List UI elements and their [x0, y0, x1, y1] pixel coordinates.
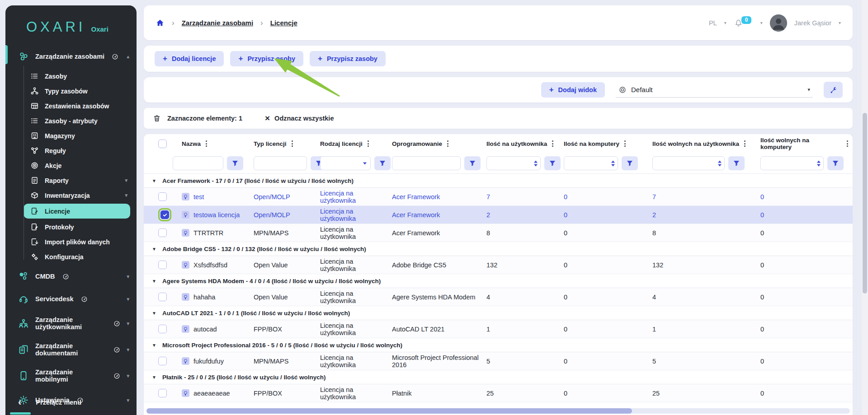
filter-funnel-button[interactable]: [827, 156, 844, 170]
column-menu-icon[interactable]: [291, 140, 294, 148]
view-settings-button[interactable]: [824, 82, 843, 98]
column-menu-icon[interactable]: [743, 140, 746, 148]
sidebar-section-cmdb[interactable]: CMDB▾: [5, 265, 137, 288]
notifications[interactable]: 0: [734, 18, 743, 28]
select-all-checkbox[interactable]: [158, 140, 167, 148]
group-row-agere-systems-hda-modem[interactable]: ▼Agere Systems HDA Modem - 4 / 0 / 4 (Il…: [144, 274, 853, 288]
add-license-button[interactable]: + Dodaj licencje: [155, 51, 224, 66]
collapse-caret-icon[interactable]: ▼: [152, 279, 156, 284]
license-name-link[interactable]: fukufdufuy: [193, 358, 224, 365]
chevron-down-icon[interactable]: ▾: [724, 20, 726, 25]
number-spinner-icon[interactable]: [718, 160, 722, 166]
add-view-button[interactable]: + Dodaj widok: [541, 82, 605, 98]
table-row-autocad[interactable]: autocadFPP/BOXLicencja na użytkownikaAut…: [144, 320, 853, 338]
collapse-caret-icon[interactable]: ▼: [152, 375, 156, 380]
license-name-link[interactable]: testowa licencja: [193, 211, 240, 219]
horizontal-scrollbar-thumb[interactable]: [146, 408, 632, 414]
sidebar-toggle-menu[interactable]: ‹ Przełącz menu: [5, 393, 137, 411]
collapse-caret-icon[interactable]: ▼: [152, 178, 156, 183]
locale-selector[interactable]: PL: [709, 19, 717, 27]
column-menu-icon[interactable]: [205, 140, 208, 148]
row-checkbox[interactable]: [158, 357, 167, 365]
sidebar-item-zasoby-atrybuty[interactable]: Zasoby - atrybuty: [24, 113, 137, 128]
table-row-testowa-licencja[interactable]: testowa licencjaOpen/MOLPLicencja na uży…: [144, 206, 853, 224]
filter-input-ilo-wolnych-na-komputery[interactable]: [760, 156, 824, 170]
sidebar-section-zarz-dzanie-u-ytkownikami[interactable]: Zarządzanie użytkownikami▾: [5, 310, 137, 336]
collapse-caret-icon[interactable]: ▼: [152, 311, 156, 316]
row-checkbox[interactable]: [158, 389, 167, 397]
sidebar-item-protoko-y[interactable]: Protokoły: [24, 219, 137, 234]
sidebar-section-zarz-dzanie-mobilnymi[interactable]: Zarządzanie mobilnymi▾: [5, 363, 137, 389]
sidebar-item-akcje[interactable]: Akcje: [24, 158, 137, 173]
column-menu-icon[interactable]: [367, 140, 370, 148]
sidebar-item-zestawienia-zasob-w[interactable]: Zestawienia zasobów: [24, 98, 137, 113]
number-spinner-icon[interactable]: [534, 160, 538, 166]
filter-input-ilo-na-u-ytkownika[interactable]: [486, 156, 541, 170]
chevron-down-icon[interactable]: ▾: [839, 20, 841, 25]
table-row-aeaeaeaeae[interactable]: aeaeaeaeaeFPP/BOXLicencja na użytkownika…: [144, 384, 853, 402]
filter-funnel-button[interactable]: [227, 156, 243, 170]
filter-funnel-button[interactable]: [544, 156, 561, 170]
sidebar-item-typy-zasob-w[interactable]: Typy zasobów: [24, 84, 137, 98]
sidebar-item-raporty[interactable]: Raporty▾: [24, 173, 137, 188]
sidebar-item-inwentaryzacja[interactable]: Inwentaryzacja▾: [24, 188, 137, 203]
sidebar-section-zarz-dzanie-zasobami[interactable]: Zarządzanie zasobami▴: [5, 45, 137, 68]
assign-assets-button[interactable]: + Przypisz zasoby: [310, 51, 386, 66]
table-row-xsfsdfsdfsd[interactable]: XsfsdfsdfsdOpen ValueLicencja na użytkow…: [144, 256, 853, 274]
chevron-down-icon[interactable]: ▾: [760, 20, 763, 25]
filter-input-ilo-wolnych-na-u-ytkownika[interactable]: [652, 156, 725, 170]
sidebar-scrollbar-thumb[interactable]: [10, 412, 31, 415]
filter-funnel-button[interactable]: [464, 156, 481, 170]
sidebar-item-magazyny[interactable]: Magazyny: [24, 128, 137, 143]
column-menu-icon[interactable]: [446, 140, 449, 148]
home-icon[interactable]: [156, 19, 165, 28]
group-row-adobe-bridge-cs5[interactable]: ▼Adobe Bridge CS5 - 132 / 0 / 132 (Ilość…: [144, 242, 853, 256]
chevron-down-icon[interactable]: [363, 162, 367, 164]
filter-input-ilo-na-komputery[interactable]: [564, 156, 618, 170]
sidebar-section-servicedesk[interactable]: Servicedesk▾: [5, 288, 137, 310]
user-name[interactable]: Jarek Gąsior: [794, 19, 831, 27]
sidebar-item-import-plik-w-danych[interactable]: Import plików danych: [24, 234, 137, 249]
column-menu-icon[interactable]: [623, 140, 627, 148]
group-row-autocad-lt-2021[interactable]: ▼AutoCAD LT 2021 - 1 / 0 / 1 (Ilość / Il…: [144, 306, 853, 320]
row-checkbox[interactable]: [158, 228, 167, 237]
collapse-caret-icon[interactable]: ▼: [152, 343, 156, 348]
number-spinner-icon[interactable]: [611, 160, 615, 166]
deselect-all-button[interactable]: × Odznacz wszystkie: [265, 115, 334, 122]
filter-funnel-button[interactable]: [622, 156, 638, 170]
row-checkbox[interactable]: [158, 293, 167, 301]
table-row-fukufdufuy[interactable]: fukufdufuyMPN/MAPSLicencja na użytkownik…: [144, 352, 853, 370]
breadcrumb-link-licencje[interactable]: Licencje: [270, 19, 297, 27]
sidebar-item-konfiguracja[interactable]: Konfiguracja: [24, 249, 137, 264]
horizontal-scrollbar[interactable]: [146, 408, 850, 414]
license-name-link[interactable]: aeaeaeaeae: [193, 390, 230, 397]
number-spinner-icon[interactable]: [817, 160, 821, 166]
row-checkbox[interactable]: [158, 261, 167, 269]
filter-funnel-button[interactable]: [728, 156, 745, 170]
row-checkbox[interactable]: [158, 192, 167, 201]
license-name-link[interactable]: Xsfsdfsdfsd: [193, 261, 227, 269]
sidebar-item-zasoby[interactable]: Zasoby: [24, 69, 137, 84]
sidebar-item-regu-y[interactable]: Reguły: [24, 143, 137, 158]
row-checkbox[interactable]: [158, 325, 167, 333]
license-name-link[interactable]: TTRTRTR: [193, 229, 223, 237]
filter-input-nazwa[interactable]: [173, 156, 223, 170]
filter-funnel-button[interactable]: [374, 156, 391, 170]
sidebar-item-licencje[interactable]: Licencje: [24, 204, 130, 219]
license-name-link[interactable]: autocad: [193, 326, 217, 333]
view-selector[interactable]: Default ▾: [616, 83, 813, 98]
column-menu-icon[interactable]: [551, 140, 554, 148]
breadcrumb-link-zarzadzanie-zasobami[interactable]: Zarządzanie zasobami: [182, 19, 253, 27]
collapse-caret-icon[interactable]: ▼: [152, 247, 156, 252]
license-name-link[interactable]: test: [193, 193, 204, 201]
page-scrollbar[interactable]: [862, 0, 868, 415]
column-menu-icon[interactable]: [846, 140, 849, 148]
filter-input-oprogramowanie[interactable]: [392, 156, 461, 170]
table-row-ttrtrtr[interactable]: TTRTRTRMPN/MAPSLicencja na użytkownikaAc…: [144, 224, 853, 242]
group-row-microsoft-project-professional-2016[interactable]: ▼Microsoft Project Professional 2016 - 5…: [144, 338, 853, 352]
filter-input-typ-licencji[interactable]: [254, 156, 307, 170]
group-row-p-atnik[interactable]: ▼Płatnik - 25 / 0 / 25 (Ilość / Ilość w …: [144, 370, 853, 384]
table-row-test[interactable]: testOpen/MOLPLicencja na użytkownikaAcer…: [144, 188, 853, 206]
group-row-acer-framework[interactable]: ▼Acer Framework - 17 / 0 / 17 (Ilość / I…: [144, 174, 853, 188]
page-scrollbar-thumb[interactable]: [863, 113, 867, 294]
